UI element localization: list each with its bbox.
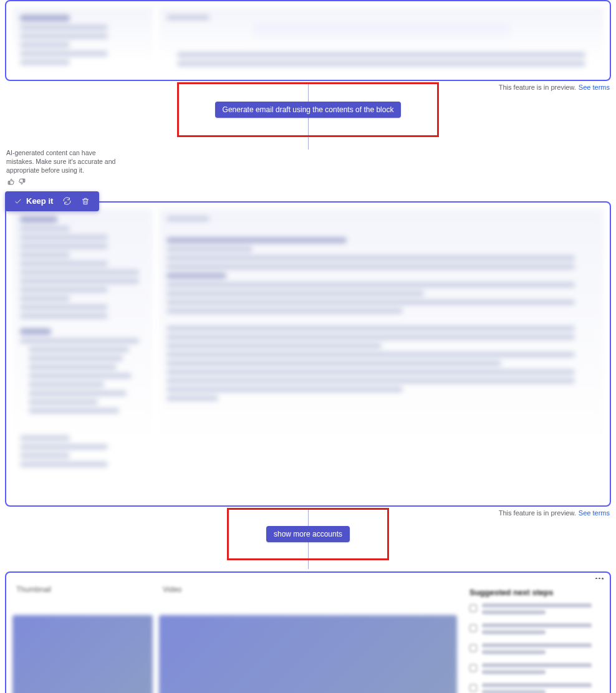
- ai-disclaimer-text: AI-generated content can have mistakes. …: [6, 148, 125, 175]
- video-column: Video: [159, 579, 457, 693]
- keep-it-label: Keep it: [26, 196, 53, 206]
- content-block-2: [5, 201, 611, 507]
- keep-it-toolbar: Keep it: [5, 191, 99, 211]
- ai-disclaimer: AI-generated content can have mistakes. …: [6, 148, 125, 186]
- suggested-item[interactable]: [469, 623, 597, 634]
- checkbox-icon: [469, 664, 477, 672]
- refresh-icon: [62, 196, 72, 206]
- suggested-title: Suggested next steps: [469, 588, 597, 597]
- thumbnail-placeholder: [12, 615, 153, 693]
- checkbox-icon: [469, 605, 477, 612]
- keep-it-button[interactable]: Keep it: [14, 196, 53, 206]
- refresh-button[interactable]: [62, 196, 72, 206]
- thumbs-down-icon[interactable]: [17, 178, 26, 186]
- blur-panel-right-2: [159, 209, 604, 499]
- checkbox-icon: [469, 684, 477, 692]
- video-placeholder: [159, 615, 457, 693]
- thumbnail-column: Thumbnail: [12, 579, 153, 693]
- content-block-1: [5, 0, 611, 81]
- content-block-3: Thumbnail Video Suggested next steps: [5, 571, 611, 693]
- highlight-box-show-more: show more accounts: [227, 508, 389, 560]
- suggested-next-steps-panel: Suggested next steps: [463, 579, 604, 693]
- blur-panel-left: [12, 7, 153, 74]
- delete-button[interactable]: [80, 196, 90, 206]
- generate-email-prompt-button[interactable]: Generate email draft using the contents …: [215, 102, 402, 118]
- trash-icon: [81, 197, 90, 206]
- video-column-header: Video: [159, 579, 457, 594]
- thumbs-up-icon[interactable]: [6, 178, 15, 186]
- suggested-item[interactable]: [469, 603, 597, 614]
- suggested-item[interactable]: [469, 683, 597, 693]
- checkbox-icon: [469, 624, 477, 632]
- check-icon: [14, 197, 22, 206]
- highlight-box-generate-email: Generate email draft using the contents …: [177, 82, 440, 137]
- blur-panel-left-2: [12, 209, 153, 499]
- blur-panel-right: [159, 7, 604, 74]
- suggested-item[interactable]: [469, 663, 597, 674]
- checkbox-icon: [469, 644, 477, 652]
- suggested-item[interactable]: [469, 643, 597, 654]
- show-more-accounts-prompt-button[interactable]: show more accounts: [266, 526, 350, 542]
- thumbnail-column-header: Thumbnail: [12, 579, 153, 594]
